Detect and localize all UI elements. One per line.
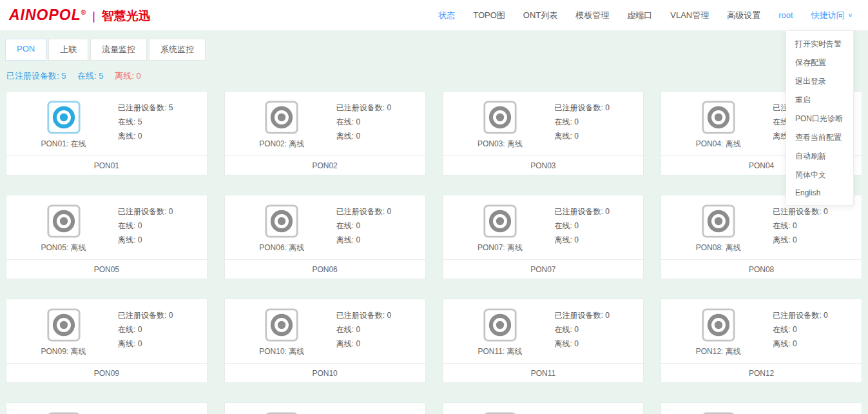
pon-icon-column: PON10: 离线 [231,308,333,357]
pon-port-icon [264,308,299,342]
quick-access-button[interactable]: 快捷访问 ∨ [811,10,853,21]
menu-item-lang-zh[interactable]: 简体中文 [786,166,853,184]
menu-item-pon-optical-diag[interactable]: PON口光诊断 [786,110,853,128]
pon-card-body: PON16: 离线 已注册设备数: 0 在线: 0 离线: 0 [661,403,862,414]
brand-logo: AINOPOL® | 智慧光迅 [9,6,151,25]
pon-port-icon [701,308,736,342]
pon-stats: 已注册设备数: 5 在线: 5 离线: 0 [114,100,200,150]
online-stat: 在线: 0 [555,322,637,337]
pon-card-pon15[interactable]: PON15: 离线 已注册设备数: 0 在线: 0 离线: 0 PON15 [443,402,644,414]
tab-pon[interactable]: PON [5,39,46,61]
pon-port-icon [264,204,299,239]
pon-icon-column: PON07: 离线 [450,204,551,253]
pon-card-pon13[interactable]: PON13: 离线 已注册设备数: 0 在线: 0 离线: 0 PON13 [6,402,207,414]
current-user[interactable]: root [778,10,793,20]
menu-item-view-config[interactable]: 查看当前配置 [786,128,853,147]
pon-stats: 已注册设备数: 0 在线: 0 离线: 0 [114,204,200,253]
nav-item-template[interactable]: 模板管理 [575,10,609,21]
pon-status-label: PON10: 离线 [259,346,304,357]
pon-card-pon10[interactable]: PON10: 离线 已注册设备数: 0 在线: 0 离线: 0 PON10 [224,299,426,383]
pon-icon-column: PON09: 离线 [13,308,114,357]
pon-card-body: PON14: 离线 已注册设备数: 0 在线: 0 离线: 0 [225,403,425,414]
pon-port-icon [264,411,299,414]
online-stat: 在线: 0 [336,115,419,129]
pon-card-pon16[interactable]: PON16: 离线 已注册设备数: 0 在线: 0 离线: 0 PON16 [661,402,862,414]
menu-item-realtime-alarm[interactable]: 打开实时告警 [786,35,853,54]
offline-stat: 离线: 0 [336,233,419,247]
offline-stat: 离线: 0 [336,129,419,143]
pon-status-label: PON02: 离线 [259,139,304,150]
pon-card-pon08[interactable]: PON08: 离线 已注册设备数: 0 在线: 0 离线: 0 PON08 [661,195,862,279]
online-stat: 在线: 0 [773,322,855,337]
summary-online: 在线: 5 [77,71,103,81]
menu-item-auto-refresh[interactable]: 自动刷新 [786,147,853,166]
pon-card-body: PON03: 离线 已注册设备数: 0 在线: 0 离线: 0 [443,92,644,155]
pon-card-title: PON09 [6,363,207,382]
pon-icon-column: PON12: 离线 [668,308,769,357]
pon-port-icon [46,100,81,135]
pon-card-body: PON02: 离线 已注册设备数: 0 在线: 0 离线: 0 [225,92,425,155]
registered-stat: 已注册设备数: 0 [336,101,419,115]
tab-system[interactable]: 系统监控 [149,39,206,61]
menu-item-reboot[interactable]: 重启 [786,91,853,110]
tab-uplink[interactable]: 上联 [48,39,88,61]
nav-item-vlan[interactable]: VLAN管理 [670,10,709,21]
online-stat: 在线: 5 [118,115,200,129]
pon-stats: 已注册设备数: 0 在线: 0 离线: 0 [114,411,200,414]
pon-card-pon09[interactable]: PON09: 离线 已注册设备数: 0 在线: 0 离线: 0 PON09 [6,299,207,383]
pon-card-pon06[interactable]: PON06: 离线 已注册设备数: 0 在线: 0 离线: 0 PON06 [224,195,426,279]
pon-card-title: PON12 [661,363,862,382]
registered-stat: 已注册设备数: 0 [773,204,855,219]
pon-port-icon [264,100,299,135]
top-bar: AINOPOL® | 智慧光迅 状态TOPO图ONT列表模板管理虚端口VLAN管… [0,0,868,31]
nav-item-ont-list[interactable]: ONT列表 [523,10,557,21]
pon-card-body: PON05: 离线 已注册设备数: 0 在线: 0 离线: 0 [6,195,207,259]
online-stat: 在线: 0 [118,322,200,337]
pon-status-label: PON09: 离线 [41,346,86,357]
offline-stat: 离线: 0 [118,337,200,351]
summary-bar: 已注册设备数: 5 在线: 5 离线: 0 [6,70,868,82]
pon-icon-column: PON11: 离线 [450,308,551,357]
online-stat: 在线: 0 [773,219,855,233]
pon-icon-column: PON16: 离线 [668,411,769,414]
pon-port-icon [701,100,736,135]
pon-card-pon01[interactable]: PON01: 在线 已注册设备数: 5 在线: 5 离线: 0 PON01 [6,91,207,175]
pon-card-title: PON10 [225,363,425,382]
offline-stat: 离线: 0 [555,129,637,143]
nav-item-advanced[interactable]: 高级设置 [727,10,760,21]
online-stat: 在线: 0 [555,115,637,129]
pon-stats: 已注册设备数: 0 在线: 0 离线: 0 [333,411,419,414]
nav-item-topo[interactable]: TOPO图 [473,10,505,21]
registered-stat: 已注册设备数: 0 [118,204,200,219]
pon-card-pon12[interactable]: PON12: 离线 已注册设备数: 0 在线: 0 离线: 0 PON12 [661,299,862,383]
pon-status-label: PON08: 离线 [696,242,741,253]
pon-card-pon03[interactable]: PON03: 离线 已注册设备数: 0 在线: 0 离线: 0 PON03 [443,91,644,175]
pon-stats: 已注册设备数: 0 在线: 0 离线: 0 [551,411,637,414]
pon-card-title: PON01 [6,155,207,175]
pon-card-pon14[interactable]: PON14: 离线 已注册设备数: 0 在线: 0 离线: 0 PON14 [224,402,426,414]
tab-bar: PON上联流量监控系统监控 [5,39,868,61]
pon-card-title: PON08 [661,259,862,279]
pon-card-pon11[interactable]: PON11: 离线 已注册设备数: 0 在线: 0 离线: 0 PON11 [443,299,644,383]
pon-card-body: PON11: 离线 已注册设备数: 0 在线: 0 离线: 0 [443,299,644,363]
pon-card-title: PON07 [443,259,644,279]
pon-status-label: PON11: 离线 [477,346,522,357]
menu-item-save-config[interactable]: 保存配置 [786,54,853,72]
menu-item-lang-en[interactable]: English [786,184,853,201]
pon-card-title: PON05 [6,259,207,279]
pon-card-pon02[interactable]: PON02: 离线 已注册设备数: 0 在线: 0 离线: 0 PON02 [224,91,426,175]
pon-status-label: PON04: 离线 [696,139,741,150]
tab-traffic[interactable]: 流量监控 [90,39,147,61]
pon-card-pon05[interactable]: PON05: 离线 已注册设备数: 0 在线: 0 离线: 0 PON05 [6,195,207,279]
pon-stats: 已注册设备数: 0 在线: 0 离线: 0 [114,308,200,357]
pon-icon-column: PON13: 离线 [13,411,114,414]
nav-item-vport[interactable]: 虚端口 [627,10,652,21]
menu-item-logout[interactable]: 退出登录 [786,72,853,91]
pon-card-body: PON15: 离线 已注册设备数: 0 在线: 0 离线: 0 [443,403,644,414]
pon-status-label: PON12: 离线 [696,346,741,357]
pon-stats: 已注册设备数: 0 在线: 0 离线: 0 [551,204,637,253]
pon-card-pon07[interactable]: PON07: 离线 已注册设备数: 0 在线: 0 离线: 0 PON07 [443,195,644,279]
pon-icon-column: PON06: 离线 [231,204,333,253]
pon-icon-column: PON14: 离线 [231,411,333,414]
nav-item-status[interactable]: 状态 [438,10,455,21]
